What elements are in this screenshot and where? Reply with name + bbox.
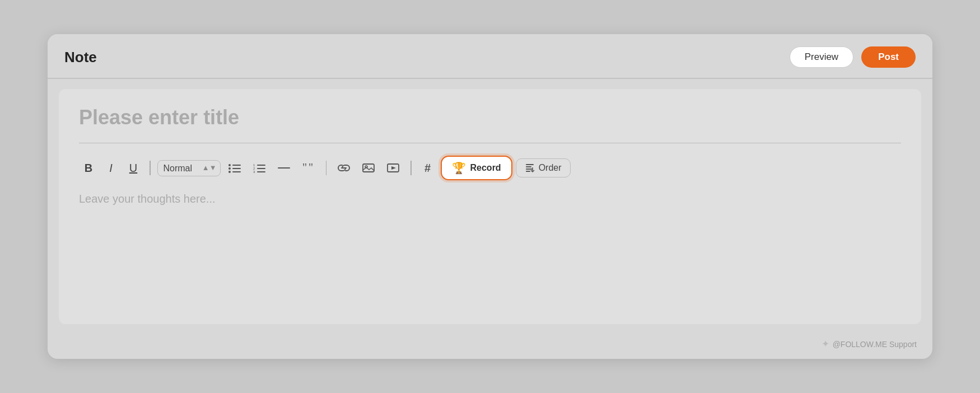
preview-button[interactable]: Preview	[790, 46, 853, 68]
editor-divider	[79, 143, 901, 143]
svg-rect-12	[278, 167, 290, 169]
unordered-list-button[interactable]	[224, 158, 245, 177]
header-actions: Preview Post	[790, 46, 916, 68]
svg-rect-22	[526, 169, 533, 170]
list-icon	[228, 163, 241, 173]
video-icon	[387, 163, 399, 173]
hr-icon	[278, 164, 290, 172]
editor-area: Please enter title B I U Normal Heading …	[59, 89, 921, 324]
ordered-list-icon: 1 2 3	[253, 163, 265, 173]
blockquote-button[interactable]: " "	[298, 158, 319, 177]
card-title: Note	[64, 49, 97, 66]
svg-rect-5	[232, 171, 241, 172]
svg-rect-4	[232, 168, 241, 169]
svg-rect-3	[232, 165, 241, 166]
hashtag-button[interactable]: #	[418, 158, 437, 177]
separator-2	[326, 161, 327, 175]
bold-button[interactable]: B	[79, 158, 98, 177]
horizontal-rule-button[interactable]	[273, 158, 295, 177]
header-divider	[48, 78, 932, 79]
watermark-text: @FOLLOW.ME Support	[833, 340, 917, 349]
record-label: Record	[470, 163, 501, 173]
image-button[interactable]	[358, 158, 379, 177]
svg-rect-23	[526, 171, 530, 172]
order-button[interactable]: Order	[516, 158, 571, 177]
link-icon	[338, 163, 350, 172]
svg-point-1	[228, 167, 231, 170]
order-label: Order	[539, 163, 562, 173]
toolbar: B I U Normal Heading 1 Heading 2 ▲▼	[79, 156, 901, 180]
svg-marker-19	[391, 166, 396, 170]
separator-1	[150, 161, 151, 175]
svg-text:": "	[302, 163, 307, 173]
editor-body-placeholder[interactable]: Leave your thoughts here...	[79, 193, 901, 205]
svg-rect-10	[257, 168, 265, 169]
record-button[interactable]: 🏆 Record	[441, 156, 512, 180]
svg-rect-11	[257, 171, 265, 172]
card-header: Note Preview Post	[48, 34, 932, 78]
svg-text:3: 3	[253, 170, 255, 173]
svg-rect-20	[526, 164, 534, 165]
font-style-select-wrap[interactable]: Normal Heading 1 Heading 2 ▲▼	[157, 160, 221, 176]
svg-rect-16	[363, 164, 374, 172]
note-card: Note Preview Post Please enter title B I…	[48, 34, 932, 359]
svg-text:": "	[309, 163, 313, 173]
svg-point-0	[228, 164, 231, 166]
separator-3	[410, 161, 412, 175]
video-button[interactable]	[382, 158, 404, 177]
quote-icon: " "	[302, 163, 315, 173]
watermark-logo-icon: ✦	[822, 338, 829, 350]
link-button[interactable]	[333, 158, 354, 177]
svg-rect-9	[257, 165, 265, 166]
svg-point-2	[228, 171, 231, 173]
ordered-list-button[interactable]: 1 2 3	[249, 158, 270, 177]
svg-rect-21	[526, 166, 531, 167]
editor-title-placeholder[interactable]: Please enter title	[79, 106, 901, 129]
image-icon	[362, 163, 375, 173]
order-icon	[525, 163, 535, 173]
font-style-select[interactable]: Normal Heading 1 Heading 2	[157, 160, 221, 176]
watermark: ✦ @FOLLOW.ME Support	[822, 338, 917, 350]
underline-button[interactable]: U	[124, 158, 143, 177]
italic-button[interactable]: I	[101, 158, 120, 177]
post-button[interactable]: Post	[861, 46, 916, 68]
trophy-icon: 🏆	[452, 161, 466, 175]
